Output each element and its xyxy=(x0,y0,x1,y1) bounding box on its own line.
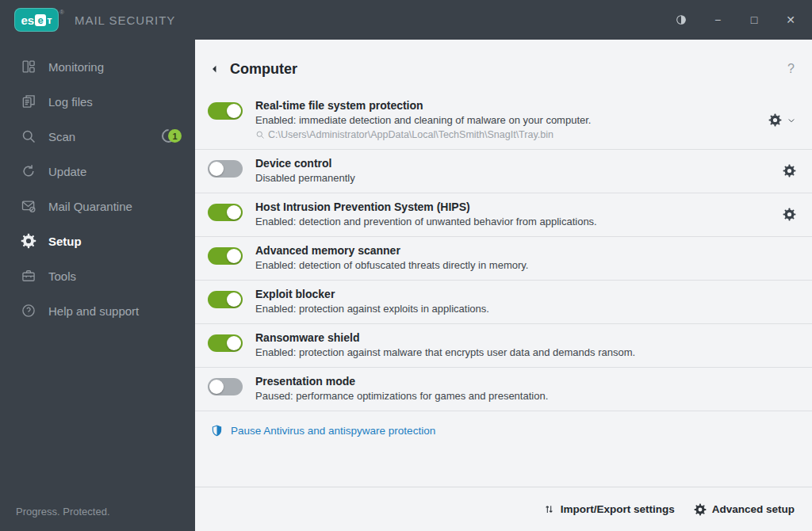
module-row-hips: Host Intrusion Prevention System (HIPS) … xyxy=(195,193,812,237)
scan-count-badge: 1 xyxy=(168,129,182,143)
module-description: Enabled: immediate detection and cleanin… xyxy=(255,113,760,128)
advanced-setup-gear-icon xyxy=(694,503,707,516)
sidebar-item-label: Tools xyxy=(48,269,76,283)
module-description: Enabled: protection against exploits in … xyxy=(255,302,796,316)
module-row-device-control: Device control Disabled permanently xyxy=(195,150,812,193)
contrast-icon[interactable] xyxy=(674,13,688,27)
sidebar-item-label: Log files xyxy=(48,95,93,109)
sidebar-nav: Monitoring Log files Scan 1 Update Mail … xyxy=(0,40,195,328)
module-name: Real-time file system protection xyxy=(255,98,760,113)
exploit-blocker-toggle[interactable] xyxy=(208,291,243,308)
help-button[interactable]: ? xyxy=(787,62,795,76)
import-export-arrows-icon xyxy=(543,503,555,515)
module-settings-gear-icon[interactable] xyxy=(783,164,796,178)
setup-gear-icon xyxy=(21,233,36,249)
sidebar: Monitoring Log files Scan 1 Update Mail … xyxy=(0,40,195,531)
module-name: Host Intrusion Prevention System (HIPS) xyxy=(255,200,775,215)
sidebar-item-label: Update xyxy=(48,165,86,178)
sidebar-item-mail-quarantine[interactable]: Mail Quarantine xyxy=(0,189,195,223)
pause-protection-label: Pause Antivirus and antispyware protecti… xyxy=(231,425,435,437)
minimize-button[interactable]: − xyxy=(710,13,725,27)
footer-bar: Import/Export settings Advanced setup xyxy=(195,487,812,531)
page-title: Computer xyxy=(230,61,297,78)
main-panel: Computer ? Real-time file system protect… xyxy=(195,40,812,531)
sidebar-item-monitoring[interactable]: Monitoring xyxy=(0,49,195,84)
module-description: Enabled: detection and prevention of unw… xyxy=(255,215,775,229)
module-description: Disabled permanently xyxy=(255,171,775,185)
content-header: Computer ? xyxy=(195,40,812,92)
module-row-presentation-mode: Presentation mode Paused: performance op… xyxy=(195,368,812,411)
registered-mark: ® xyxy=(59,9,64,16)
sidebar-item-log-files[interactable]: Log files xyxy=(0,84,195,119)
update-icon xyxy=(21,163,36,179)
back-arrow-icon xyxy=(209,63,220,74)
module-name: Presentation mode xyxy=(255,374,796,389)
product-title: MAIL SECURITY xyxy=(75,13,175,27)
scan-icon xyxy=(21,128,36,144)
chevron-down-icon[interactable] xyxy=(787,116,796,125)
shield-icon xyxy=(210,424,224,437)
ransomware-shield-toggle[interactable] xyxy=(208,334,243,352)
back-button[interactable] xyxy=(209,63,220,74)
sidebar-item-label: Mail Quarantine xyxy=(48,200,132,213)
module-description: Enabled: detection of obfuscated threats… xyxy=(255,258,796,273)
title-bar: es e т ® MAIL SECURITY − □ ✕ xyxy=(0,0,812,40)
scanned-file-path: C:\Users\Administrator\AppData\Local\Tec… xyxy=(255,128,760,142)
logo-text: es xyxy=(21,13,34,27)
hips-toggle[interactable] xyxy=(208,204,243,221)
sidebar-item-setup[interactable]: Setup xyxy=(0,223,195,258)
sidebar-item-label: Setup xyxy=(48,235,82,248)
module-description: Enabled: protection against malware that… xyxy=(255,346,796,360)
logo-text-boxed: e xyxy=(35,14,46,26)
tools-icon xyxy=(21,268,36,284)
module-settings-gear-icon[interactable] xyxy=(768,113,782,127)
logo-text: т xyxy=(47,14,52,26)
mail-quarantine-icon xyxy=(21,198,36,214)
sidebar-item-label: Scan xyxy=(48,130,75,143)
module-settings-gear-icon[interactable] xyxy=(783,208,796,221)
module-name: Ransomware shield xyxy=(255,330,796,346)
status-tagline: Progress. Protected. xyxy=(16,506,110,518)
window-controls: − □ ✕ xyxy=(674,13,798,27)
module-name: Advanced memory scanner xyxy=(255,243,796,258)
module-name: Device control xyxy=(255,156,775,171)
presentation-mode-toggle[interactable] xyxy=(208,378,243,395)
advanced-memory-scanner-toggle[interactable] xyxy=(208,247,243,265)
sidebar-item-scan[interactable]: Scan 1 xyxy=(0,119,195,154)
module-row-realtime-protection: Real-time file system protection Enabled… xyxy=(195,92,812,150)
module-description: Paused: performance optimizations for ga… xyxy=(255,389,796,403)
help-icon xyxy=(21,303,36,319)
dashboard-icon xyxy=(21,59,36,74)
advanced-setup-button[interactable]: Advanced setup xyxy=(694,503,795,516)
pause-protection-link[interactable]: Pause Antivirus and antispyware protecti… xyxy=(195,424,812,437)
close-button[interactable]: ✕ xyxy=(783,13,798,27)
module-row-ransomware-shield: Ransomware shield Enabled: protection ag… xyxy=(195,324,812,368)
realtime-protection-toggle[interactable] xyxy=(208,102,243,120)
module-name: Exploit blocker xyxy=(255,287,796,302)
eset-logo: es e т xyxy=(14,8,59,32)
module-list: Real-time file system protection Enabled… xyxy=(195,92,812,411)
log-files-icon xyxy=(21,94,36,109)
scanning-icon xyxy=(255,130,265,139)
sidebar-item-update[interactable]: Update xyxy=(0,154,195,189)
import-export-settings-button[interactable]: Import/Export settings xyxy=(543,503,675,515)
module-row-advanced-memory-scanner: Advanced memory scanner Enabled: detecti… xyxy=(195,237,812,281)
sidebar-item-help-and-support[interactable]: Help and support xyxy=(0,293,195,328)
sidebar-item-tools[interactable]: Tools xyxy=(0,258,195,293)
sidebar-item-label: Monitoring xyxy=(48,60,104,74)
module-row-exploit-blocker: Exploit blocker Enabled: protection agai… xyxy=(195,281,812,324)
sidebar-item-label: Help and support xyxy=(48,304,139,318)
scan-progress-badge: 1 xyxy=(162,128,182,145)
maximize-button[interactable]: □ xyxy=(747,13,761,27)
device-control-toggle[interactable] xyxy=(208,160,243,178)
